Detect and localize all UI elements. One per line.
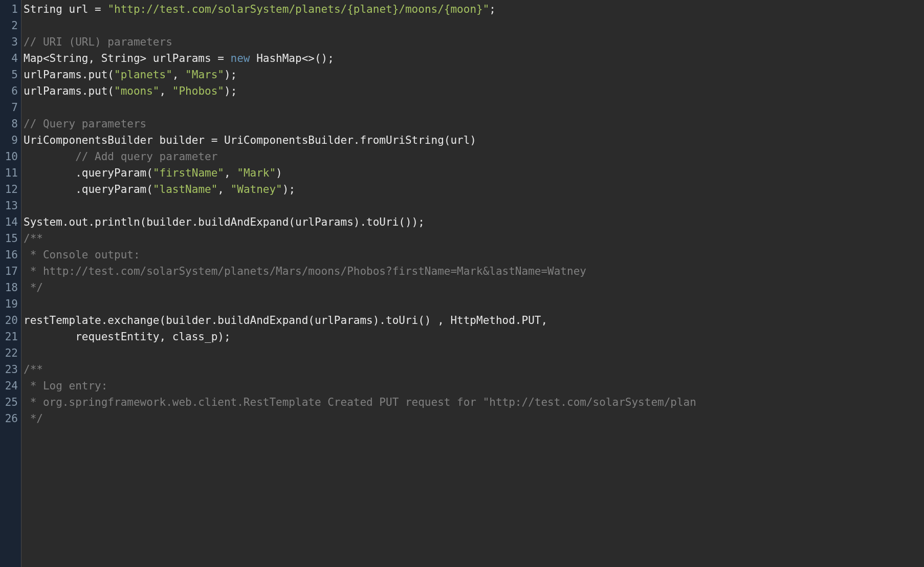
code-token: /** [24,232,43,245]
line-number-gutter: 1234567891011121314151617181920212223242… [0,0,21,567]
line-number: 20 [2,312,18,329]
code-token: restTemplate.exchange(builder.buildAndEx… [24,314,547,326]
code-token: , [172,69,185,81]
code-token: "planets" [114,69,172,81]
code-token: // Add query parameter [75,150,217,163]
code-token: * http://test.com/solarSystem/planets/Ma… [24,265,586,277]
code-token: /** [24,363,43,376]
line-number: 2 [2,17,18,34]
code-token: "Watney" [231,183,282,195]
code-line: // URI (URL) parameters [24,34,924,50]
code-line: restTemplate.exchange(builder.buildAndEx… [24,312,924,329]
code-token: System.out.println(builder.buildAndExpan… [24,216,425,228]
code-line: Map<String, String> urlParams = new Hash… [24,50,924,67]
code-token [24,150,75,163]
line-number: 4 [2,50,18,67]
code-token: , [160,85,172,97]
code-line [24,17,924,34]
code-line [24,99,924,116]
line-number: 11 [2,165,18,181]
line-number: 3 [2,34,18,50]
code-line: .queryParam("firstName", "Mark") [24,165,924,181]
line-number: 15 [2,230,18,247]
code-line [24,345,924,361]
code-token: * Log entry: [24,380,107,392]
code-line: urlParams.put("planets", "Mars"); [24,67,924,83]
code-line: .queryParam("lastName", "Watney"); [24,181,924,198]
code-token: urlParams.put( [24,85,114,97]
line-number: 23 [2,361,18,378]
code-token: , [224,167,237,179]
line-number: 18 [2,279,18,296]
code-line: */ [24,279,924,296]
line-number: 10 [2,148,18,165]
line-number: 22 [2,345,18,361]
code-token: "firstName" [153,167,224,179]
code-token: "lastName" [153,183,217,195]
code-line: * Log entry: [24,378,924,394]
code-token: Map<String, String> urlParams = [24,52,231,64]
code-line: // Query parameters [24,116,924,132]
code-token: // Query parameters [24,118,146,130]
code-line [24,198,924,214]
code-token: * Console output: [24,249,140,261]
line-number: 6 [2,83,18,99]
code-token: "Mark" [237,167,276,179]
line-number: 21 [2,329,18,345]
code-line: requestEntity, class_p); [24,329,924,345]
code-line: /** [24,230,924,247]
line-number: 26 [2,410,18,427]
line-number: 14 [2,214,18,230]
code-token: ; [489,3,496,15]
line-number: 16 [2,247,18,263]
code-editor: 1234567891011121314151617181920212223242… [0,0,924,567]
code-line: */ [24,410,924,427]
line-number: 12 [2,181,18,198]
line-number: 24 [2,378,18,394]
code-token: "http://test.com/solarSystem/planets/{pl… [107,3,489,15]
code-line: String url = "http://test.com/solarSyste… [24,1,924,17]
code-token: "Phobos" [172,85,224,97]
code-token: */ [24,281,43,294]
code-token: UriComponentsBuilder builder = UriCompon… [24,134,476,146]
line-number: 25 [2,394,18,410]
code-line: // Add query parameter [24,148,924,165]
line-number: 13 [2,198,18,214]
code-token: String url = [24,3,107,15]
code-token: */ [24,412,43,425]
code-token: "Mars" [185,69,224,81]
code-token: ); [224,85,237,97]
code-token: // URI (URL) parameters [24,36,172,48]
code-token: .queryParam( [24,183,153,195]
code-token: ); [282,183,295,195]
code-token: .queryParam( [24,167,153,179]
code-token: "moons" [114,85,160,97]
code-line: urlParams.put("moons", "Phobos"); [24,83,924,99]
code-line: * Console output: [24,247,924,263]
line-number: 7 [2,99,18,116]
code-line [24,296,924,312]
code-token: ) [276,167,282,179]
code-line: UriComponentsBuilder builder = UriCompon… [24,132,924,148]
code-line: * http://test.com/solarSystem/planets/Ma… [24,263,924,279]
code-area[interactable]: String url = "http://test.com/solarSyste… [21,0,924,567]
code-line: * org.springframework.web.client.RestTem… [24,394,924,410]
code-line: System.out.println(builder.buildAndExpan… [24,214,924,230]
line-number: 8 [2,116,18,132]
line-number: 19 [2,296,18,312]
code-token: HashMap<>(); [250,52,334,64]
code-token: requestEntity, class_p); [24,331,231,343]
line-number: 5 [2,67,18,83]
line-number: 17 [2,263,18,279]
code-token: , [217,183,230,195]
code-token: * org.springframework.web.client.RestTem… [24,396,696,408]
code-token: ); [224,69,237,81]
code-token: new [231,52,250,64]
code-token: urlParams.put( [24,69,114,81]
line-number: 1 [2,1,18,17]
line-number: 9 [2,132,18,148]
code-line: /** [24,361,924,378]
